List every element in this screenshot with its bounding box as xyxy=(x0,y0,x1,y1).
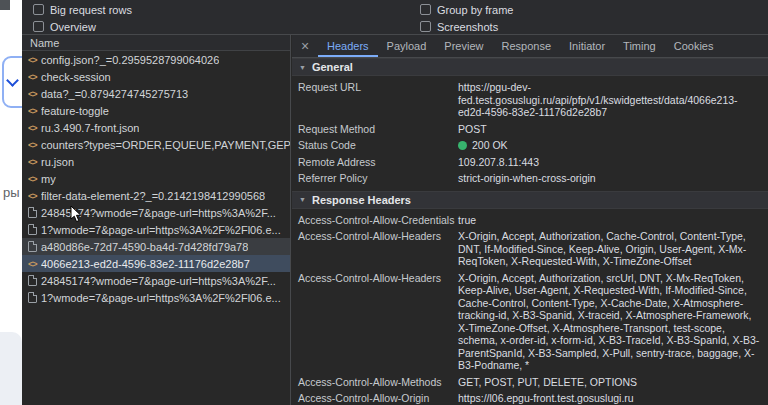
checkbox-big-request-rows[interactable]: Big request rows xyxy=(33,2,132,17)
header-value: POST xyxy=(458,123,760,136)
request-name: 1?wmode=7&page-url=https%3A%2F%2Fl06.e..… xyxy=(41,292,281,304)
name-column-header[interactable]: Name xyxy=(22,35,290,51)
request-row[interactable]: 24845174?wmode=7&page-url=https%3A%2F... xyxy=(22,272,290,289)
request-row[interactable]: <> config.json?_=0.2959528799064026 xyxy=(22,51,290,68)
header-row: Request URL https://pgu-dev-fed.test.gos… xyxy=(292,79,768,121)
general-section-header[interactable]: ▼ General xyxy=(292,58,768,76)
request-name: a480d86e-72d7-4590-ba4d-7d428fd79a78 xyxy=(41,241,248,253)
tab-initiator[interactable]: Initiator xyxy=(560,35,614,57)
json-icon: <> xyxy=(28,55,41,65)
request-row[interactable]: 1?wmode=7&page-url=https%3A%2F%2Fl06.e..… xyxy=(22,289,290,306)
checkbox-label: Group by frame xyxy=(437,4,513,16)
header-value: 200 OK xyxy=(458,139,760,152)
checkbox-icon xyxy=(33,21,44,32)
request-name: ru.json xyxy=(41,156,74,168)
request-list: <> config.json?_=0.2959528799064026 <> c… xyxy=(22,51,290,306)
request-row[interactable]: 24845174?wmode=7&page-url=https%3A%2F... xyxy=(22,204,290,221)
header-key: Access-Control-Allow-Credentials xyxy=(298,214,452,227)
header-row: Request Method POST xyxy=(292,121,768,138)
request-name: config.json?_=0.2959528799064026 xyxy=(41,54,219,66)
checkbox-icon xyxy=(420,4,431,15)
header-key: Status Code xyxy=(298,139,452,152)
header-row: Access-Control-Allow-Headers X-Origin, A… xyxy=(292,270,768,374)
request-row[interactable]: a480d86e-72d7-4590-ba4d-7d428fd79a78 xyxy=(22,238,290,255)
header-row: Access-Control-Allow-Origin https://l06.… xyxy=(292,390,768,405)
header-key: Access-Control-Allow-Headers xyxy=(298,272,452,372)
json-icon: <> xyxy=(28,191,41,201)
header-value: GET, POST, PUT, DELETE, OPTIONS xyxy=(458,376,760,389)
request-row[interactable]: <> feature-toggle xyxy=(22,102,290,119)
header-key: Request Method xyxy=(298,123,452,136)
tab-timing[interactable]: Timing xyxy=(614,35,665,57)
json-icon: <> xyxy=(28,140,41,150)
chevron-down-icon xyxy=(6,74,19,87)
request-row[interactable]: <> ru.json xyxy=(22,153,290,170)
request-row[interactable]: <> ru.3.490.7-front.json xyxy=(22,119,290,136)
checkbox-group-by-frame[interactable]: Group by frame xyxy=(420,2,513,17)
page-partial-text: ры xyxy=(3,185,20,200)
request-row-selected[interactable]: <> 4066e213-ed2d-4596-83e2-11176d2e28b7 xyxy=(22,255,290,272)
request-name: filter-data-element-2?_=0.21421984129905… xyxy=(41,190,265,202)
request-name: ru.3.490.7-front.json xyxy=(41,122,139,134)
tab-headers[interactable]: Headers xyxy=(318,35,378,57)
document-icon xyxy=(28,241,37,252)
response-headers-section-header[interactable]: ▼ Response Headers xyxy=(292,191,768,209)
request-row[interactable]: <> my xyxy=(22,170,290,187)
header-key: Access-Control-Allow-Headers xyxy=(298,230,452,268)
request-row[interactable]: <> filter-data-element-2?_=0.21421984129… xyxy=(22,187,290,204)
section-title: Response Headers xyxy=(312,194,411,206)
checkbox-icon xyxy=(33,4,44,15)
response-headers-kv-list: Access-Control-Allow-Credentials true Ac… xyxy=(292,209,768,405)
checkbox-label: Big request rows xyxy=(50,4,132,16)
header-key: Access-Control-Allow-Methods xyxy=(298,376,452,389)
document-icon xyxy=(28,207,37,218)
header-key: Access-Control-Allow-Origin xyxy=(298,392,452,405)
request-row[interactable]: <> check-session xyxy=(22,68,290,85)
details-tab-bar: × Headers Payload Preview Response Initi… xyxy=(292,35,768,58)
header-value: true xyxy=(458,214,760,227)
request-name: feature-toggle xyxy=(41,105,109,117)
tab-preview[interactable]: Preview xyxy=(435,35,492,57)
document-icon xyxy=(28,224,37,235)
request-row[interactable]: 1?wmode=7&page-url=https%3A%2F%2Fl06.e..… xyxy=(22,221,290,238)
request-row[interactable]: <> data?_=0.8794274745275713 xyxy=(22,85,290,102)
json-icon: <> xyxy=(28,174,41,184)
json-icon: <> xyxy=(28,72,41,82)
status-text: 200 OK xyxy=(472,139,508,151)
tab-cookies[interactable]: Cookies xyxy=(665,35,723,57)
header-row: Referrer Policy strict-origin-when-cross… xyxy=(292,170,768,187)
request-row[interactable]: <> counters?types=ORDER,EQUEUE,PAYMENT,G… xyxy=(22,136,290,153)
header-value: strict-origin-when-cross-origin xyxy=(458,172,760,185)
checkbox-label: Screenshots xyxy=(437,21,498,33)
header-row: Access-Control-Allow-Methods GET, POST, … xyxy=(292,374,768,391)
header-key: Request URL xyxy=(298,81,452,119)
json-icon: <> xyxy=(28,106,41,116)
mouse-cursor xyxy=(70,205,83,228)
checkbox-screenshots[interactable]: Screenshots xyxy=(420,19,498,34)
request-details-panel: × Headers Payload Preview Response Initi… xyxy=(292,35,768,405)
request-name: my xyxy=(41,173,56,185)
page-fragment xyxy=(0,0,10,10)
network-settings-pane: Big request rows Overview Group by frame… xyxy=(22,0,768,35)
header-row: Access-Control-Allow-Credentials true xyxy=(292,212,768,229)
checkbox-overview[interactable]: Overview xyxy=(33,19,96,34)
header-key: Remote Address xyxy=(298,156,452,169)
document-icon xyxy=(28,275,37,286)
header-key: Referrer Policy xyxy=(298,172,452,185)
network-requests-panel: Name <> config.json?_=0.2959528799064026… xyxy=(22,35,291,405)
request-name: counters?types=ORDER,EQUEUE,PAYMENT,GEP.… xyxy=(41,139,290,151)
tab-response[interactable]: Response xyxy=(492,35,560,57)
header-value: https://pgu-dev-fed.test.gosuslugi.ru/ap… xyxy=(458,81,760,119)
close-icon[interactable]: × xyxy=(292,35,318,57)
request-name: check-session xyxy=(41,71,111,83)
header-value: X-Origin, Accept, Authorization, srcUrl,… xyxy=(458,272,760,372)
header-row: Access-Control-Allow-Headers X-Origin, A… xyxy=(292,228,768,270)
tab-payload[interactable]: Payload xyxy=(378,35,436,57)
checkbox-icon xyxy=(420,21,431,32)
section-title: General xyxy=(312,61,353,73)
json-icon: <> xyxy=(28,123,41,133)
document-icon xyxy=(28,292,37,303)
background-page: ры xyxy=(0,0,22,405)
request-name: data?_=0.8794274745275713 xyxy=(41,88,188,100)
header-value: https://l06.epgu-front.test.gosuslugi.ru xyxy=(458,392,760,405)
